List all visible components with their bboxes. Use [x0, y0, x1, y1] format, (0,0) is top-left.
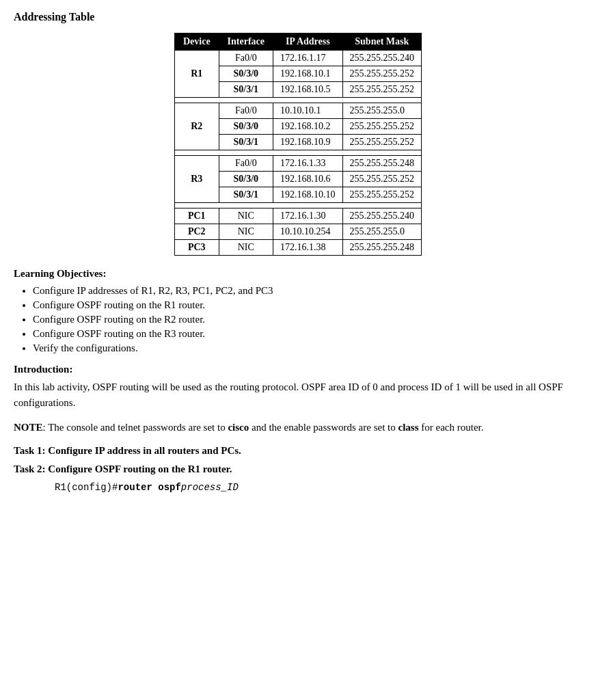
device-pc1: PC1 [174, 208, 219, 224]
mask-r2-2: 255.255.255.252 [342, 119, 422, 135]
iface-r1-3: S0/3/1 [219, 82, 273, 98]
introduction-section: Introduction: In this lab activity, OSPF… [14, 364, 582, 410]
mask-r1-1: 255.255.255.240 [342, 51, 422, 66]
iface-r2-3: S0/3/1 [219, 135, 273, 150]
iface-pc2: NIC [219, 224, 273, 240]
mask-pc3: 255.255.255.248 [342, 240, 422, 256]
learning-objectives-title: Learning Objectives: [14, 268, 582, 280]
spacer-row [174, 150, 421, 156]
ip-r3-3: 192.168.10.10 [273, 187, 343, 203]
ip-r3-2: 192.168.10.6 [273, 172, 343, 187]
mask-r3-3: 255.255.255.252 [342, 187, 422, 203]
addressing-table-wrapper: Device Interface IP Address Subnet Mask … [14, 33, 582, 256]
list-item: Configure OSPF routing on the R1 router. [33, 299, 582, 311]
ip-pc1: 172.16.1.30 [273, 208, 343, 224]
col-header-mask: Subnet Mask [342, 33, 422, 51]
ip-r2-1: 10.10.10.1 [273, 103, 343, 119]
iface-r3-3: S0/3/1 [219, 187, 273, 203]
ip-pc2: 10.10.10.254 [273, 224, 343, 240]
iface-r3-2: S0/3/0 [219, 172, 273, 187]
device-r2: R2 [174, 103, 219, 150]
mask-r3-2: 255.255.255.252 [342, 172, 422, 187]
ip-r3-1: 172.16.1.33 [273, 156, 343, 172]
mask-pc2: 255.255.255.0 [342, 224, 422, 240]
introduction-title: Introduction: [14, 364, 582, 375]
ip-r1-3: 192.168.10.5 [273, 82, 343, 98]
iface-r1-1: Fa0/0 [219, 51, 273, 66]
iface-r1-2: S0/3/0 [219, 66, 273, 82]
note-class: class [398, 422, 419, 433]
note-text-1: : The console and telnet passwords are s… [43, 422, 228, 433]
task1-section: Task 1: Configure IP address in all rout… [14, 445, 582, 457]
device-r1: R1 [174, 51, 219, 98]
list-item: Configure OSPF routing on the R3 router. [33, 328, 582, 340]
page-title: Addressing Table [14, 11, 582, 23]
col-header-ip: IP Address [273, 33, 343, 51]
note-bold-prefix: NOTE [14, 422, 43, 433]
col-header-interface: Interface [219, 33, 273, 51]
table-row: R3 Fa0/0 172.16.1.33 255.255.255.248 [174, 156, 421, 172]
table-row: R1 Fa0/0 172.16.1.17 255.255.255.240 [174, 51, 421, 66]
ip-pc3: 172.16.1.38 [273, 240, 343, 256]
list-item-text: Configure OSPF routing on the R3 router. [33, 328, 205, 339]
iface-r2-1: Fa0/0 [219, 103, 273, 119]
iface-pc3: NIC [219, 240, 273, 256]
mask-r1-2: 255.255.255.252 [342, 66, 422, 82]
mask-r2-3: 255.255.255.252 [342, 135, 422, 150]
device-pc2: PC2 [174, 224, 219, 240]
task2-code: R1(config)#router ospfprocess_ID [55, 482, 582, 493]
learning-objectives-section: Learning Objectives: Configure IP addres… [14, 268, 582, 354]
list-item: Verify the configurations. [33, 342, 582, 354]
table-row: PC1 NIC 172.16.1.30 255.255.255.240 [174, 208, 421, 224]
ip-r1-1: 172.16.1.17 [273, 51, 343, 66]
code-italic: process_ID [181, 482, 239, 493]
device-r3: R3 [174, 156, 219, 203]
ip-r2-3: 192.168.10.9 [273, 135, 343, 150]
device-pc3: PC3 [174, 240, 219, 256]
addressing-table: Device Interface IP Address Subnet Mask … [174, 33, 422, 256]
code-prefix: R1(config)# [55, 482, 118, 493]
mask-r3-1: 255.255.255.248 [342, 156, 422, 172]
ip-r2-2: 192.168.10.2 [273, 119, 343, 135]
mask-pc1: 255.255.255.240 [342, 208, 422, 224]
table-row: PC2 NIC 10.10.10.254 255.255.255.0 [174, 224, 421, 240]
spacer-row [174, 98, 421, 103]
mask-r2-1: 255.255.255.0 [342, 103, 422, 119]
task2-title: Task 2: Configure OSPF routing on the R1… [14, 463, 582, 475]
introduction-body: In this lab activity, OSPF routing will … [14, 379, 582, 410]
task2-section: Task 2: Configure OSPF routing on the R1… [14, 463, 582, 493]
learning-objectives-list: Configure IP addresses of R1, R2, R3, PC… [33, 285, 582, 354]
code-keyword: router ospf [118, 482, 180, 493]
col-header-device: Device [174, 33, 219, 51]
note-text-3: for each router. [419, 422, 484, 433]
note-section: NOTE: The console and telnet passwords a… [14, 420, 582, 435]
spacer-row [174, 203, 421, 208]
table-row: R2 Fa0/0 10.10.10.1 255.255.255.0 [174, 103, 421, 119]
iface-r3-1: Fa0/0 [219, 156, 273, 172]
note-cisco: cisco [228, 422, 249, 433]
note-text: NOTE: The console and telnet passwords a… [14, 420, 582, 435]
iface-r2-2: S0/3/0 [219, 119, 273, 135]
iface-pc1: NIC [219, 208, 273, 224]
mask-r1-3: 255.255.255.252 [342, 82, 422, 98]
note-text-2: and the enable passwords are set to [249, 422, 398, 433]
ip-r1-2: 192.168.10.1 [273, 66, 343, 82]
task1-title: Task 1: Configure IP address in all rout… [14, 445, 582, 457]
list-item: Configure OSPF routing on the R2 router. [33, 314, 582, 325]
list-item: Configure IP addresses of R1, R2, R3, PC… [33, 285, 582, 297]
table-row: PC3 NIC 172.16.1.38 255.255.255.248 [174, 240, 421, 256]
